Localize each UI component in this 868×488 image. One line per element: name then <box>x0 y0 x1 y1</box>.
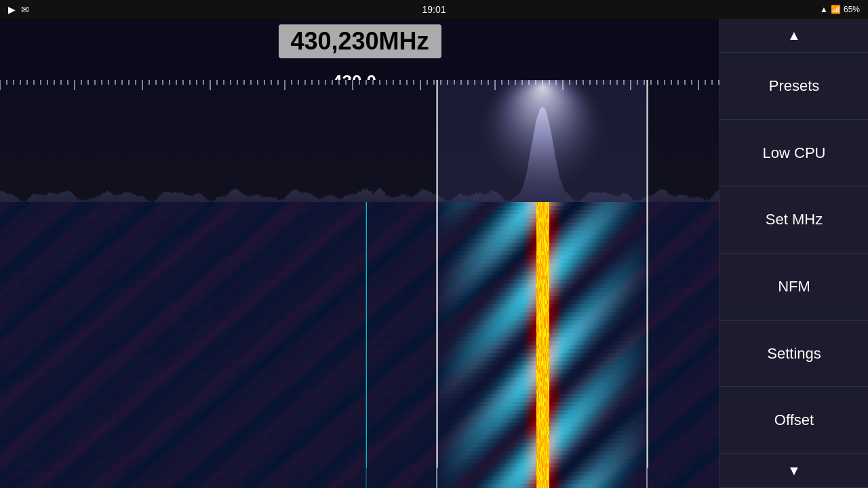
scroll-down-button[interactable]: ▼ <box>720 454 868 488</box>
battery-pct: 65% <box>844 5 860 14</box>
nfm-button[interactable]: NFM <box>720 253 868 321</box>
up-arrow-icon: ▲ <box>787 28 801 43</box>
status-bar: ▶ ✉ 19:01 ▲ 📶 65% <box>0 0 868 19</box>
set-mhz-button[interactable]: Set MHz <box>720 186 868 253</box>
status-right: ▲ 📶 65% <box>820 5 860 14</box>
play-icon[interactable]: ▶ <box>8 4 16 15</box>
signal-icon: ▲ <box>820 5 828 14</box>
spectrum-canvas <box>0 80 719 488</box>
vline-left <box>437 80 438 468</box>
offset-button[interactable]: Offset <box>720 387 868 454</box>
status-left: ▶ ✉ <box>8 4 29 15</box>
freq-label: 430,230MHz <box>278 24 441 58</box>
right-panel: ▲ Presets Low CPU Set MHz NFM Settings O… <box>719 19 868 488</box>
scroll-up-button[interactable]: ▲ <box>720 19 868 53</box>
down-arrow-icon: ▼ <box>787 463 801 479</box>
status-time: 19:01 <box>422 4 446 15</box>
mail-icon: ✉ <box>21 4 29 15</box>
wifi-icon: 📶 <box>831 5 841 14</box>
presets-button[interactable]: Presets <box>720 53 868 120</box>
sdr-area[interactable]: 430,230MHz 429,5 429,6 429,7 429,8 429,9… <box>0 19 719 488</box>
low-cpu-button[interactable]: Low CPU <box>720 120 868 187</box>
vline-right <box>647 80 648 468</box>
settings-button[interactable]: Settings <box>720 321 868 388</box>
tick-canvas <box>0 80 719 100</box>
vline-cyan <box>366 202 367 468</box>
